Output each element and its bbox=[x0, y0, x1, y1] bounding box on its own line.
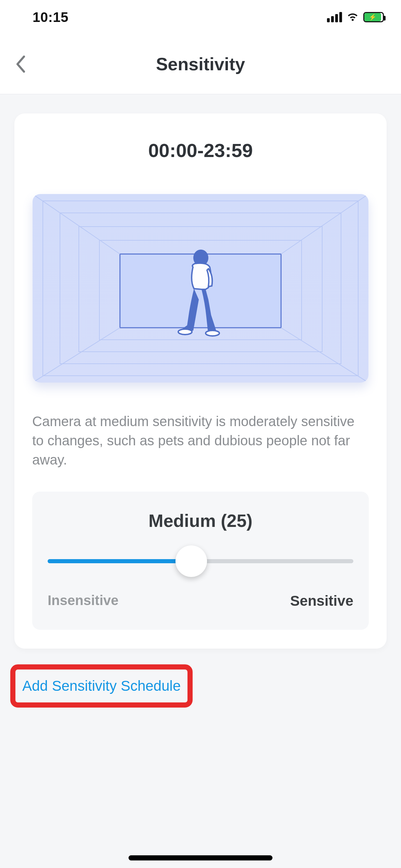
home-indicator[interactable] bbox=[129, 855, 272, 860]
content-area: 00:00-23:59 bbox=[0, 95, 401, 868]
svg-point-11 bbox=[206, 330, 219, 336]
nav-header: Sensitivity bbox=[0, 34, 401, 94]
sensitivity-slider[interactable] bbox=[48, 550, 353, 572]
svg-line-8 bbox=[281, 328, 368, 383]
page-title: Sensitivity bbox=[156, 54, 245, 74]
svg-line-7 bbox=[33, 328, 120, 383]
slider-end-labels: Insensitive Sensitive bbox=[48, 593, 353, 609]
sensitivity-description: Camera at medium sensitivity is moderate… bbox=[32, 412, 369, 469]
battery-charging-icon: ⚡ bbox=[363, 12, 384, 22]
slider-min-label: Insensitive bbox=[48, 593, 119, 609]
status-indicators: ⚡ bbox=[327, 12, 384, 22]
sensitivity-level-label: Medium (25) bbox=[48, 510, 353, 531]
walking-person-icon bbox=[174, 248, 222, 337]
svg-line-6 bbox=[281, 194, 368, 254]
status-time: 10:15 bbox=[33, 10, 69, 25]
sensitivity-card: 00:00-23:59 bbox=[14, 113, 387, 649]
add-sensitivity-schedule-link[interactable]: Add Sensitivity Schedule bbox=[22, 678, 181, 694]
status-bar: 10:15 ⚡ bbox=[0, 0, 401, 34]
sensitivity-slider-panel: Medium (25) Insensitive Sensitive bbox=[32, 492, 369, 630]
wifi-icon bbox=[346, 12, 359, 22]
cellular-signal-icon bbox=[327, 12, 342, 22]
svg-line-5 bbox=[33, 194, 120, 254]
slider-fill bbox=[48, 559, 191, 563]
chevron-left-icon bbox=[15, 56, 26, 73]
add-schedule-highlight: Add Sensitivity Schedule bbox=[10, 664, 193, 708]
schedule-time-range: 00:00-23:59 bbox=[32, 139, 369, 161]
slider-thumb[interactable] bbox=[175, 545, 207, 577]
back-button[interactable] bbox=[10, 54, 31, 74]
sensitivity-illustration bbox=[33, 194, 368, 383]
svg-point-10 bbox=[178, 329, 192, 335]
slider-max-label: Sensitive bbox=[290, 593, 353, 609]
